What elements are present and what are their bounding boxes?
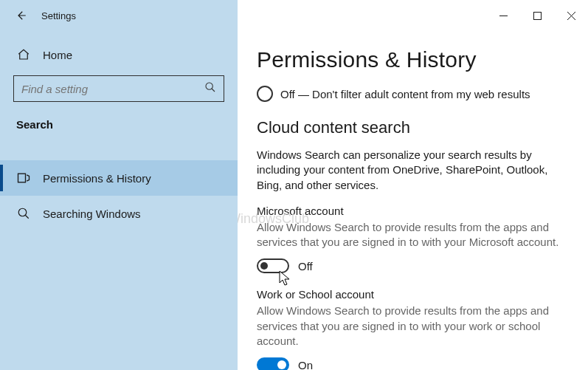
home-icon (16, 47, 31, 62)
arrow-left-icon (14, 9, 27, 22)
microsoft-account-group: Microsoft account Allow Windows Search t… (257, 205, 567, 274)
permissions-history-icon (16, 171, 31, 185)
toggle-knob (260, 262, 268, 270)
svg-point-1 (206, 83, 212, 89)
close-icon (567, 12, 575, 20)
microsoft-account-toggle[interactable] (257, 258, 289, 273)
microsoft-account-toggle-state: Off (298, 260, 313, 273)
search-icon (16, 206, 31, 221)
cloud-section-desc: Windows Search can personalize your sear… (257, 148, 567, 193)
app-title: Settings (41, 10, 76, 21)
work-school-toggle-row: On (257, 357, 567, 370)
sidebar-nav: Permissions & History Searching Windows (0, 160, 238, 231)
search-box[interactable] (13, 75, 224, 102)
sidebar-item-label: Searching Windows (43, 208, 141, 220)
sidebar-item-searching-windows[interactable]: Searching Windows (0, 196, 238, 231)
svg-rect-0 (533, 12, 541, 19)
title-bar-right (238, 0, 588, 31)
sidebar-category: Search (0, 102, 238, 138)
back-button[interactable] (13, 8, 28, 23)
microsoft-account-title: Microsoft account (257, 205, 567, 217)
microsoft-account-toggle-row: Off (257, 258, 567, 273)
sidebar-search (13, 75, 224, 102)
maximize-button[interactable] (520, 0, 554, 31)
toggle-knob (277, 360, 286, 369)
sidebar-home[interactable]: Home (0, 44, 238, 65)
page-title: Permissions & History (257, 47, 567, 72)
svg-rect-2 (18, 174, 26, 182)
sidebar-item-permissions-history[interactable]: Permissions & History (0, 160, 238, 196)
minimize-icon (499, 12, 508, 20)
sidebar: Home Search Permissions & History (0, 31, 238, 370)
cloud-section-title: Cloud content search (257, 118, 567, 137)
radio-icon (257, 86, 273, 102)
svg-point-3 (18, 208, 27, 216)
work-school-account-group: Work or School account Allow Windows Sea… (257, 288, 567, 370)
title-bar-left: Settings (0, 0, 238, 31)
main-panel: TheWindowsClub Permissions & History Off… (238, 31, 588, 370)
search-input[interactable] (21, 83, 196, 95)
sidebar-home-label: Home (43, 49, 72, 61)
sidebar-item-label: Permissions & History (43, 172, 151, 185)
safesearch-off-label: Off — Don't filter adult content from my… (280, 88, 530, 100)
safesearch-off-option[interactable]: Off — Don't filter adult content from my… (257, 86, 567, 102)
work-school-desc: Allow Windows Search to provide results … (257, 304, 567, 349)
minimize-button[interactable] (486, 0, 520, 31)
maximize-icon (533, 12, 542, 20)
settings-window: Settings Home (0, 0, 588, 370)
work-school-title: Work or School account (257, 288, 567, 301)
title-bar: Settings (0, 0, 588, 31)
microsoft-account-desc: Allow Windows Search to provide results … (257, 220, 567, 250)
work-school-toggle-state: On (298, 359, 313, 371)
search-icon (204, 81, 216, 96)
work-school-toggle[interactable] (257, 357, 289, 370)
close-button[interactable] (554, 0, 588, 31)
body: Home Search Permissions & History (0, 31, 588, 370)
